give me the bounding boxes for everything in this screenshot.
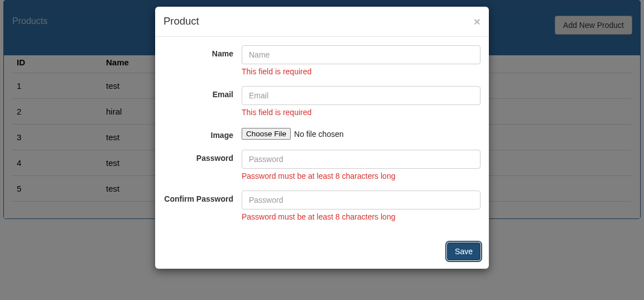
choose-file-button[interactable]: Choose File <box>242 128 291 140</box>
form-group-confirm-password: Confirm Password Password must be at lea… <box>164 191 480 221</box>
close-icon[interactable]: × <box>474 16 480 27</box>
email-label: Email <box>164 86 242 99</box>
email-error: This field is required <box>242 108 480 117</box>
file-status-text: No file chosen <box>294 130 344 139</box>
modal-title: Product <box>164 15 199 27</box>
name-error: This field is required <box>242 67 480 76</box>
form-group-name: Name This field is required <box>164 45 480 76</box>
name-input[interactable] <box>242 45 480 64</box>
product-modal: Product × Name This field is required Em… <box>155 7 489 269</box>
email-input[interactable] <box>242 86 480 105</box>
modal-body: Name This field is required Email This f… <box>155 37 489 234</box>
form-group-image: Image Choose File No file chosen <box>164 127 480 140</box>
save-button[interactable]: Save <box>447 242 480 260</box>
form-group-email: Email This field is required <box>164 86 480 117</box>
password-input[interactable] <box>242 150 480 169</box>
confirm-password-error: Password must be at least 8 characters l… <box>242 212 480 221</box>
password-error: Password must be at least 8 characters l… <box>242 172 480 180</box>
modal-footer: Save <box>155 234 489 269</box>
name-label: Name <box>164 45 242 58</box>
image-label: Image <box>164 127 242 140</box>
confirm-password-input[interactable] <box>242 191 480 209</box>
password-label: Password <box>164 150 242 163</box>
modal-overlay[interactable]: Product × Name This field is required Em… <box>0 0 644 300</box>
confirm-password-label: Confirm Password <box>164 191 242 203</box>
form-group-password: Password Password must be at least 8 cha… <box>164 150 480 180</box>
modal-header: Product × <box>155 7 489 37</box>
